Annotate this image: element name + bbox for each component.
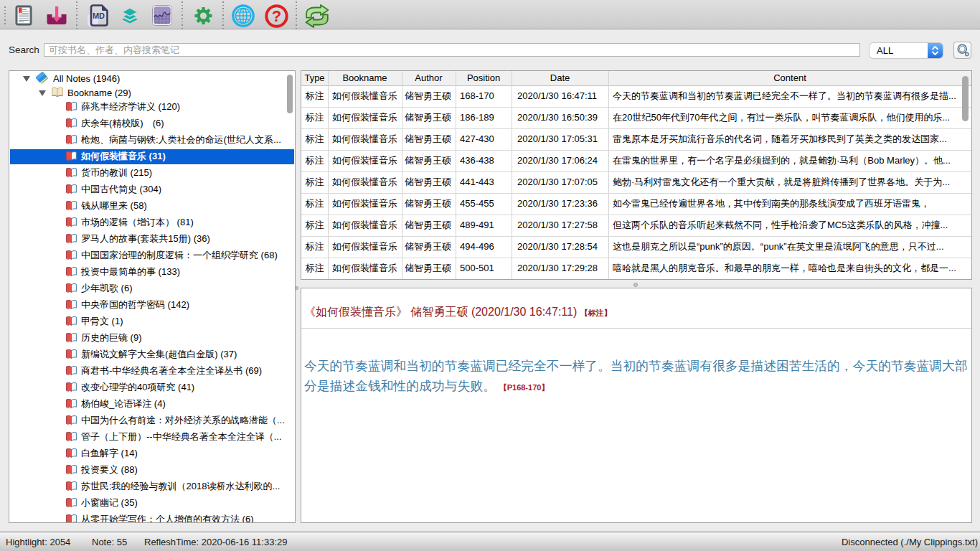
svg-text:?: ? xyxy=(272,7,281,25)
svg-text:MD: MD xyxy=(93,11,105,20)
